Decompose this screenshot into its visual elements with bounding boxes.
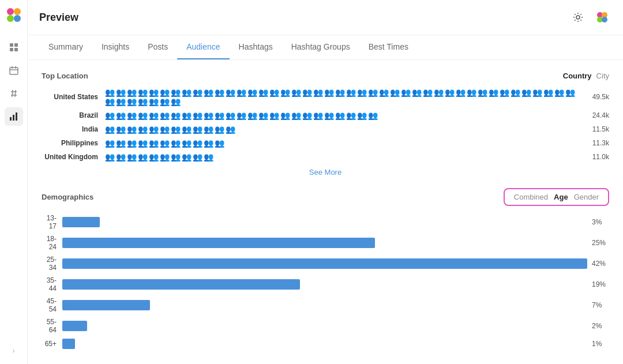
person-icon: 👥 xyxy=(105,111,115,119)
person-icon: 👥 xyxy=(193,111,202,119)
tab-hashtag-groups[interactable]: Hashtag Groups xyxy=(282,35,359,59)
person-icon: 👥 xyxy=(149,111,159,119)
person-icon: 👥 xyxy=(171,88,181,96)
people-icons: 👥👥👥👥👥👥👥👥👥👥 xyxy=(105,153,584,161)
header-actions xyxy=(569,8,611,27)
person-icon: 👥 xyxy=(346,111,356,119)
bar-row: 55-642% xyxy=(42,318,609,334)
bar-label: 18-24 xyxy=(42,235,62,251)
apps-button[interactable] xyxy=(593,8,611,27)
sidebar-icon-calendar[interactable] xyxy=(5,61,23,80)
person-icon: 👥 xyxy=(291,111,301,119)
person-icon: 👥 xyxy=(554,88,564,96)
person-icon: 👥 xyxy=(500,88,509,96)
person-icon: 👥 xyxy=(105,88,115,96)
bar-fill xyxy=(62,321,87,331)
person-icon: 👥 xyxy=(160,153,170,161)
main-content: Preview Summary Insights Posts Aud xyxy=(28,0,623,364)
settings-button[interactable] xyxy=(569,8,587,27)
bar-row: 25-3442% xyxy=(42,256,609,272)
bar-track xyxy=(62,339,587,349)
person-icon: 👥 xyxy=(215,88,224,96)
person-icon: 👥 xyxy=(171,153,181,161)
person-icon: 👥 xyxy=(160,139,170,147)
location-row: Brazil👥👥👥👥👥👥👥👥👥👥👥👥👥👥👥👥👥👥👥👥👥👥👥👥👥24.4k xyxy=(42,111,609,119)
person-icon: 👥 xyxy=(127,111,137,119)
person-icon: 👥 xyxy=(127,153,137,161)
person-icon: 👥 xyxy=(280,88,290,96)
person-icon: 👥 xyxy=(105,139,115,147)
sidebar-icon-chart[interactable] xyxy=(5,107,23,126)
person-icon: 👥 xyxy=(171,97,181,106)
bar-label: 55-64 xyxy=(42,318,62,334)
person-icon: 👥 xyxy=(434,88,444,96)
sidebar-collapse-btn[interactable]: › xyxy=(13,347,15,355)
person-icon: 👥 xyxy=(193,88,202,96)
demographics-chart: 13-173%18-2425%25-3442%35-4419%45-547%55… xyxy=(42,214,609,349)
person-icon: 👥 xyxy=(565,88,575,96)
person-icon: 👥 xyxy=(215,139,224,147)
person-icon: 👥 xyxy=(182,111,192,119)
nav-tabs: Summary Insights Posts Audience Hashtags… xyxy=(28,35,623,60)
person-icon: 👥 xyxy=(543,88,553,96)
bar-track xyxy=(62,300,587,310)
filter-age[interactable]: Age xyxy=(554,193,568,201)
location-type-city[interactable]: City xyxy=(596,72,609,80)
tab-best-times[interactable]: Best Times xyxy=(359,35,418,59)
demographics-label: Demographics xyxy=(42,193,93,201)
bar-fill xyxy=(62,279,300,290)
person-icon: 👥 xyxy=(324,88,334,96)
sidebar: › xyxy=(0,0,28,364)
tab-hashtags[interactable]: Hashtags xyxy=(230,35,282,59)
location-row: United States👥👥👥👥👥👥👥👥👥👥👥👥👥👥👥👥👥👥👥👥👥👥👥👥👥👥👥… xyxy=(42,88,609,106)
person-icon: 👥 xyxy=(280,111,290,119)
location-name: Philippines xyxy=(42,139,105,147)
person-icon: 👥 xyxy=(368,88,378,96)
person-icon: 👥 xyxy=(127,88,137,96)
see-more-button[interactable]: See More xyxy=(42,168,609,177)
person-icon: 👥 xyxy=(193,153,202,161)
person-icon: 👥 xyxy=(138,88,148,96)
bar-percentage: 42% xyxy=(592,260,609,268)
person-icon: 👥 xyxy=(247,111,257,119)
bar-row: 65+1% xyxy=(42,339,609,349)
person-icon: 👥 xyxy=(138,111,148,119)
person-icon: 👥 xyxy=(324,111,334,119)
person-icon: 👥 xyxy=(467,88,476,96)
person-icon: 👥 xyxy=(193,139,202,147)
person-icon: 👥 xyxy=(313,88,323,96)
tab-summary[interactable]: Summary xyxy=(39,35,92,59)
svg-rect-4 xyxy=(10,43,13,47)
person-icon: 👥 xyxy=(357,88,367,96)
sidebar-icon-grid[interactable] xyxy=(5,38,23,57)
person-icon: 👥 xyxy=(138,125,148,133)
bar-fill xyxy=(62,300,150,310)
app-logo xyxy=(6,7,22,25)
person-icon: 👥 xyxy=(127,125,137,133)
person-icon: 👥 xyxy=(401,88,411,96)
filter-gender[interactable]: Gender xyxy=(574,193,599,201)
person-icon: 👥 xyxy=(237,111,246,119)
tab-posts[interactable]: Posts xyxy=(138,35,177,59)
person-icon: 👥 xyxy=(247,88,257,96)
tab-audience[interactable]: Audience xyxy=(177,35,229,59)
svg-point-3 xyxy=(14,15,21,22)
filter-combined[interactable]: Combined xyxy=(514,193,548,201)
person-icon: 👥 xyxy=(478,88,487,96)
person-icon: 👥 xyxy=(160,88,170,96)
tab-insights[interactable]: Insights xyxy=(92,35,138,59)
svg-rect-16 xyxy=(10,117,12,121)
location-rows: United States👥👥👥👥👥👥👥👥👥👥👥👥👥👥👥👥👥👥👥👥👥👥👥👥👥👥👥… xyxy=(42,88,609,161)
sidebar-icon-hashtag[interactable] xyxy=(5,84,23,103)
location-name: United States xyxy=(42,93,105,101)
person-icon: 👥 xyxy=(171,125,181,133)
bar-label: 35-44 xyxy=(42,276,62,292)
person-icon: 👥 xyxy=(302,88,312,96)
person-icon: 👥 xyxy=(171,139,181,147)
svg-rect-7 xyxy=(14,48,18,51)
bar-track xyxy=(62,217,587,227)
location-type-country[interactable]: Country xyxy=(563,72,592,80)
location-row: India👥👥👥👥👥👥👥👥👥👥👥👥11.5k xyxy=(42,125,609,133)
bar-fill xyxy=(62,258,587,269)
people-icons: 👥👥👥👥👥👥👥👥👥👥👥👥 xyxy=(105,125,584,133)
